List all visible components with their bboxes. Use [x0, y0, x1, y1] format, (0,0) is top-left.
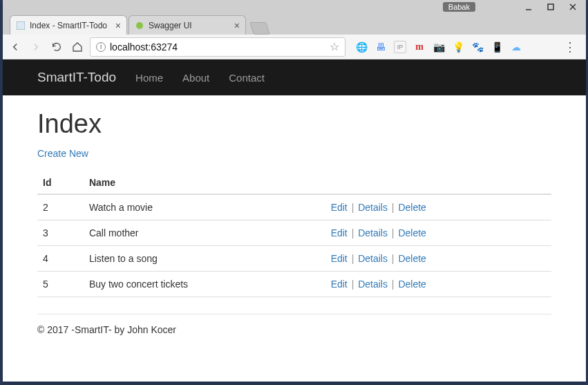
delete-link[interactable]: Delete [398, 253, 426, 264]
table-row: 2Watch a movieEdit | Details | Delete [37, 194, 551, 220]
col-actions [325, 171, 551, 194]
todo-table: Id Name 2Watch a movieEdit | Details | D… [37, 171, 551, 297]
back-button[interactable] [7, 39, 23, 55]
nav-about[interactable]: About [182, 72, 209, 84]
cell-id: 2 [37, 194, 84, 220]
extension-icons: 🌐 🖶 IP m 📷 💡 🐾 📱 ☁ [355, 41, 522, 53]
table-row: 4Listen to a songEdit | Details | Delete [37, 246, 551, 272]
delete-link[interactable]: Delete [398, 279, 426, 290]
site-info-icon[interactable]: i [96, 42, 106, 52]
tab-close-icon[interactable]: × [115, 20, 121, 31]
ext-ip-icon[interactable]: IP [394, 41, 406, 53]
edit-link[interactable]: Edit [331, 202, 348, 213]
close-button[interactable] [567, 2, 579, 12]
details-link[interactable]: Details [358, 279, 388, 290]
browser-toolbar: i ☆ 🌐 🖶 IP m 📷 💡 🐾 📱 ☁ ⋮ [3, 35, 586, 59]
minimize-button[interactable] [522, 2, 535, 12]
table-row: 5Buy two concert ticketsEdit | Details |… [37, 272, 551, 297]
footer-text: © 2017 -SmartIT- by John Kocer [37, 324, 551, 335]
cell-id: 3 [37, 220, 84, 246]
maximize-button[interactable] [544, 2, 557, 12]
new-tab-button[interactable] [249, 22, 270, 35]
ext-m-icon[interactable]: m [413, 41, 426, 53]
forward-button [28, 39, 44, 55]
nav-contact[interactable]: Contact [229, 72, 265, 84]
svg-rect-1 [548, 4, 553, 10]
edit-link[interactable]: Edit [331, 227, 348, 238]
site-navbar: SmartIT-Todo Home About Contact [3, 59, 586, 95]
tab-inactive[interactable]: Swagger UI × [129, 15, 246, 35]
page-heading: Index [37, 109, 551, 139]
page-favicon [16, 21, 26, 30]
address-bar[interactable]: i ☆ [90, 37, 345, 57]
edit-link[interactable]: Edit [331, 253, 348, 264]
table-row: 3Call motherEdit | Details | Delete [37, 220, 551, 246]
svg-point-5 [136, 22, 143, 29]
nav-home[interactable]: Home [135, 72, 163, 84]
cell-name: Buy two concert tickets [84, 272, 325, 297]
tab-title: Index - SmartIT-Todo [30, 21, 107, 30]
cell-actions: Edit | Details | Delete [325, 272, 551, 297]
col-name: Name [84, 171, 325, 194]
page-content: Index Create New Id Name 2Watch a movieE… [3, 95, 586, 349]
cell-id: 5 [37, 272, 84, 297]
col-id: Id [37, 171, 84, 194]
page-viewport: SmartIT-Todo Home About Contact Index Cr… [3, 59, 586, 382]
ext-paw-icon[interactable]: 🐾 [471, 41, 484, 53]
cell-id: 4 [37, 246, 84, 272]
ext-cloud-icon[interactable]: ☁ [510, 41, 522, 53]
details-link[interactable]: Details [358, 253, 388, 264]
ext-translate-icon[interactable]: 🌐 [355, 41, 368, 53]
cell-name: Listen to a song [84, 246, 325, 272]
delete-link[interactable]: Delete [398, 227, 426, 238]
cell-actions: Edit | Details | Delete [325, 194, 551, 220]
profile-badge[interactable]: Babak [443, 2, 475, 12]
window-titlebar: Babak [3, 0, 586, 14]
ext-device-icon[interactable]: 📱 [491, 41, 503, 53]
tab-close-icon[interactable]: × [234, 20, 240, 31]
chrome-menu-button[interactable]: ⋮ [558, 39, 582, 55]
tab-active[interactable]: Index - SmartIT-Todo × [10, 15, 127, 35]
edit-link[interactable]: Edit [331, 279, 348, 290]
bookmark-star-icon[interactable]: ☆ [330, 40, 339, 53]
delete-link[interactable]: Delete [398, 202, 426, 213]
details-link[interactable]: Details [358, 202, 388, 213]
svg-rect-4 [17, 21, 25, 30]
cell-name: Watch a movie [84, 194, 325, 220]
ext-camera-icon[interactable]: 📷 [433, 41, 445, 53]
url-input[interactable] [110, 41, 325, 53]
browser-window: Babak Index - SmartIT-Todo × Swagger UI … [3, 0, 586, 382]
tab-title: Swagger UI [149, 21, 192, 30]
cell-actions: Edit | Details | Delete [325, 246, 551, 272]
ext-print-icon[interactable]: 🖶 [374, 41, 387, 53]
ext-bulb-icon[interactable]: 💡 [452, 41, 464, 53]
brand-title[interactable]: SmartIT-Todo [37, 70, 116, 85]
create-new-link[interactable]: Create New [37, 148, 88, 159]
cell-actions: Edit | Details | Delete [325, 220, 551, 246]
swagger-favicon [135, 21, 144, 30]
cell-name: Call mother [84, 220, 325, 246]
details-link[interactable]: Details [358, 227, 388, 238]
tab-strip: Index - SmartIT-Todo × Swagger UI × [3, 14, 586, 35]
reload-button[interactable] [48, 39, 65, 55]
home-button[interactable] [69, 39, 86, 55]
footer-divider [37, 314, 551, 314]
